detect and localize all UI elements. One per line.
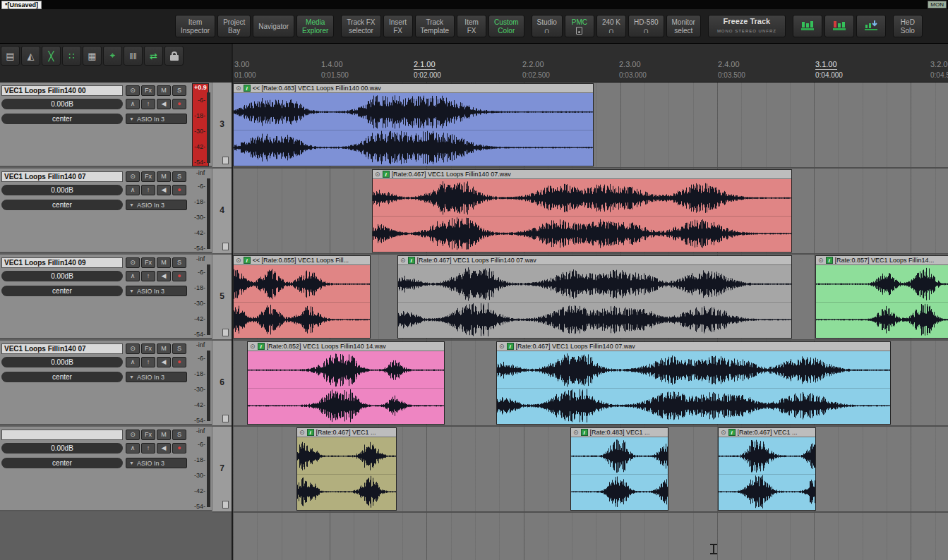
grid-button[interactable]: ▦ bbox=[83, 46, 102, 66]
track-number-tab[interactable]: 4 bbox=[212, 169, 232, 255]
track-template-button[interactable]: TrackTemplate bbox=[415, 15, 455, 37]
track-envelope-button[interactable]: ∧ bbox=[126, 357, 140, 367]
insert-fx-button[interactable]: InsertFX bbox=[383, 15, 413, 37]
track-name[interactable]: VEC1 Loops Fillin140 09 bbox=[1, 257, 123, 268]
project-bay-button[interactable]: ProjectBay bbox=[217, 15, 251, 37]
media-item[interactable]: ⊙i[Rate:0.467] VEC1 ... bbox=[718, 427, 816, 511]
track-monitor-button[interactable]: ◀ bbox=[157, 443, 171, 454]
media-item[interactable]: ⊙i<< [Rate:0.483] VEC1 Loops Fillin140 0… bbox=[233, 83, 594, 166]
track-pan[interactable]: center bbox=[1, 458, 123, 468]
track-name[interactable]: VEC1 Loops Fillin140 07 bbox=[1, 171, 123, 182]
media-item[interactable]: ⊙i[Rate:0.467] VEC1 Loops Fillin140 07.w… bbox=[397, 255, 792, 339]
media-item[interactable]: ⊙i[Rate:0.467] VEC1 Loops Fillin140 07.w… bbox=[372, 169, 792, 252]
track-mute-button[interactable]: M bbox=[157, 343, 171, 354]
track-solo-button[interactable]: S bbox=[172, 430, 186, 440]
track-pan[interactable]: center bbox=[1, 372, 123, 382]
swap-edit-button[interactable]: ⇄ bbox=[144, 46, 163, 66]
track-name[interactable] bbox=[1, 430, 123, 440]
track-peak[interactable]: -inf bbox=[192, 255, 209, 263]
media-item[interactable]: ⊙i[Rate:0.857] VEC1 Loops Fillin14... bbox=[815, 255, 948, 339]
track-solo-button[interactable]: S bbox=[172, 343, 186, 354]
track-name[interactable]: VEC1 Loops Fillin140 00 bbox=[1, 85, 123, 96]
track-solo-button[interactable]: S bbox=[172, 171, 186, 182]
lock-button[interactable] bbox=[164, 46, 184, 66]
ripple-edit-button[interactable]: ◭ bbox=[21, 46, 40, 66]
track-monitor-button[interactable]: ◀ bbox=[157, 185, 171, 195]
item-info-icon[interactable]: i bbox=[826, 257, 833, 264]
item-info-icon[interactable]: i bbox=[581, 429, 588, 436]
item-info-icon[interactable]: i bbox=[507, 343, 514, 350]
track-pan[interactable]: center bbox=[1, 286, 123, 296]
track-power-button[interactable]: ⊙ bbox=[126, 257, 140, 268]
media-item[interactable]: ⊙i[Rate:0.852] VEC1 Loops Fillin140 14.w… bbox=[247, 341, 445, 425]
track-power-button[interactable]: ⊙ bbox=[126, 343, 140, 354]
meter-bars-red-button[interactable] bbox=[824, 15, 854, 37]
track-volume[interactable]: 0.00dB bbox=[1, 185, 123, 195]
track-input-select[interactable]: ▼ASIO In 3 bbox=[126, 114, 187, 124]
track-input-select[interactable]: ▼ASIO In 3 bbox=[126, 372, 187, 382]
stretch-markers-button[interactable]: ‖‖ bbox=[124, 46, 143, 66]
track-envelope-button[interactable]: ∧ bbox=[126, 443, 140, 454]
240-k-button[interactable]: 240 K∩ bbox=[596, 15, 626, 37]
track-power-button[interactable]: ⊙ bbox=[126, 85, 140, 96]
navigator-button[interactable]: Navigator bbox=[253, 15, 294, 37]
track-mute-button[interactable]: M bbox=[157, 430, 171, 440]
track-number-tab[interactable]: 5 bbox=[212, 255, 232, 341]
item-info-icon[interactable]: i bbox=[728, 429, 736, 436]
track-power-button[interactable]: ⊙ bbox=[126, 171, 140, 182]
custom-color-button[interactable]: CustomColor bbox=[488, 15, 524, 37]
track-phase-button[interactable]: ↑ bbox=[141, 443, 155, 454]
meter-bars-green-button[interactable] bbox=[793, 15, 822, 37]
track-volume[interactable]: 0.00dB bbox=[1, 443, 123, 454]
item-info-icon[interactable]: i bbox=[383, 171, 390, 178]
track-volume[interactable]: 0.00dB bbox=[1, 357, 123, 367]
track-fx-button[interactable]: Fx bbox=[141, 171, 155, 182]
track-fx-button[interactable]: Fx bbox=[141, 343, 155, 354]
track-record-arm-button[interactable]: ● bbox=[172, 357, 186, 367]
hed-solo-button[interactable]: HeDSolo bbox=[893, 15, 923, 37]
studio-button[interactable]: Studio∩ bbox=[532, 15, 563, 37]
track-mute-button[interactable]: M bbox=[157, 257, 171, 268]
track-input-select[interactable]: ▼ASIO In 3 bbox=[126, 286, 187, 296]
track-fx-button[interactable]: Fx bbox=[141, 257, 155, 268]
timeline-ruler[interactable]: 3.0001.0001.4.000:01.5002.1.000:02.0002.… bbox=[233, 44, 948, 83]
track-name[interactable]: VEC1 Loops Fillin140 07 bbox=[1, 343, 123, 354]
arrange-view[interactable]: ⊙i<< [Rate:0.483] VEC1 Loops Fillin140 0… bbox=[233, 83, 948, 560]
freeze-track-button[interactable]: Freeze TrackMONO STEREO UNFRZ bbox=[708, 15, 786, 37]
track-solo-button[interactable]: S bbox=[172, 85, 186, 96]
track-pan[interactable]: center bbox=[1, 200, 123, 210]
item-info-icon[interactable]: i bbox=[408, 257, 415, 264]
crossfade-button[interactable]: ╳ bbox=[42, 46, 61, 66]
track-input-select[interactable]: ▼ASIO In 3 bbox=[126, 200, 187, 210]
track-pan[interactable]: center bbox=[1, 114, 123, 124]
item-info-icon[interactable]: i bbox=[244, 257, 251, 264]
track-monitor-button[interactable]: ◀ bbox=[157, 99, 171, 109]
monitor-select-button[interactable]: Monitorselect bbox=[666, 15, 701, 37]
track-envelope-button[interactable]: ∧ bbox=[126, 271, 140, 281]
media-item[interactable]: ⊙i[Rate:0.467] VEC1 Loops Fillin140 07.w… bbox=[496, 341, 891, 425]
item-info-icon[interactable]: i bbox=[244, 85, 251, 92]
track-monitor-button[interactable]: ◀ bbox=[157, 271, 171, 281]
item-info-icon[interactable]: i bbox=[307, 429, 314, 436]
track-record-arm-button[interactable]: ● bbox=[172, 99, 186, 109]
track-envelope-button[interactable]: ∧ bbox=[126, 99, 140, 109]
media-item[interactable]: ⊙i[Rate:0.483] VEC1 ... bbox=[570, 427, 668, 511]
track-record-arm-button[interactable]: ● bbox=[172, 443, 186, 454]
panel-divider[interactable] bbox=[232, 44, 233, 560]
snap-button[interactable]: ∷ bbox=[62, 46, 81, 66]
track-solo-button[interactable]: S bbox=[172, 257, 186, 268]
track-volume[interactable]: 0.00dB bbox=[1, 271, 123, 281]
media-item[interactable]: ⊙i[Rate:0.467] VEC1 ... bbox=[296, 427, 397, 511]
track-phase-button[interactable]: ↑ bbox=[141, 271, 155, 281]
track-phase-button[interactable]: ↑ bbox=[141, 185, 155, 195]
track-mute-button[interactable]: M bbox=[157, 85, 171, 96]
track-envelope-button[interactable]: ∧ bbox=[126, 185, 140, 195]
track-phase-button[interactable]: ↑ bbox=[141, 357, 155, 367]
track-mute-button[interactable]: M bbox=[157, 171, 171, 182]
track-manager-button[interactable]: ▤ bbox=[1, 46, 20, 66]
hd-580-button[interactable]: HD-580∩ bbox=[628, 15, 664, 37]
track-peak[interactable]: -inf bbox=[192, 341, 209, 349]
item-fx-button[interactable]: ItemFX bbox=[457, 15, 486, 37]
track-peak[interactable]: -inf bbox=[192, 169, 209, 177]
track-number-tab[interactable]: 7 bbox=[212, 427, 232, 513]
